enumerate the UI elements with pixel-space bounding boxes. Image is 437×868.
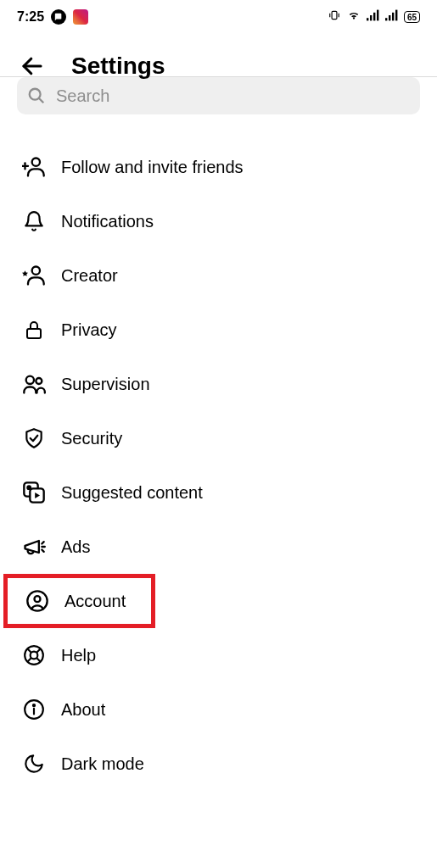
instagram-icon xyxy=(73,9,88,25)
svg-point-29 xyxy=(35,596,41,602)
svg-rect-7 xyxy=(385,18,387,20)
menu-label: Suggested content xyxy=(61,483,203,503)
media-icon xyxy=(22,481,46,504)
svg-point-20 xyxy=(36,378,42,384)
menu-item-creator[interactable]: Creator xyxy=(0,248,437,303)
messenger-icon xyxy=(51,9,66,25)
menu-item-suggested-content[interactable]: Suggested content xyxy=(0,465,437,520)
status-right: 65 xyxy=(328,9,420,25)
svg-rect-5 xyxy=(373,13,375,21)
person-plus-icon xyxy=(22,155,46,179)
menu-label: Notifications xyxy=(61,212,154,231)
lifebuoy-icon xyxy=(22,643,46,667)
menu-item-supervision[interactable]: Supervision xyxy=(0,357,437,411)
svg-rect-6 xyxy=(377,10,378,21)
svg-line-33 xyxy=(36,658,41,662)
svg-rect-3 xyxy=(367,18,368,20)
svg-rect-9 xyxy=(392,13,394,21)
status-bar: 7:25 65 xyxy=(0,0,437,34)
menu-item-dark-mode[interactable]: Dark mode xyxy=(0,737,437,791)
menu-item-follow-invite[interactable]: Follow and invite friends xyxy=(0,140,437,194)
svg-point-17 xyxy=(32,267,40,275)
menu-item-about[interactable]: About xyxy=(0,682,437,737)
svg-line-13 xyxy=(39,98,44,103)
svg-point-31 xyxy=(31,652,38,659)
menu-list: Follow and invite friends Notifications … xyxy=(0,114,437,791)
menu-item-help[interactable]: Help xyxy=(0,628,437,682)
menu-label: Follow and invite friends xyxy=(61,158,244,177)
menu-label: Help xyxy=(61,646,96,665)
svg-rect-18 xyxy=(27,329,41,338)
menu-label: Creator xyxy=(61,266,118,286)
svg-rect-0 xyxy=(332,11,337,19)
menu-item-account[interactable]: Account xyxy=(3,574,155,628)
svg-point-22 xyxy=(27,486,31,489)
search-input[interactable] xyxy=(56,86,410,106)
megaphone-icon xyxy=(22,535,46,559)
battery-icon: 65 xyxy=(404,11,420,23)
page-title: Settings xyxy=(71,53,165,80)
menu-item-ads[interactable]: Ads xyxy=(0,520,437,574)
wifi-icon xyxy=(346,9,361,25)
svg-point-19 xyxy=(26,376,34,384)
menu-label: Dark mode xyxy=(61,754,144,774)
menu-label: About xyxy=(61,700,105,720)
svg-point-12 xyxy=(30,89,41,100)
search-icon xyxy=(27,86,46,105)
moon-icon xyxy=(22,752,46,776)
shield-check-icon xyxy=(22,426,46,450)
lock-icon xyxy=(22,318,46,342)
menu-label: Security xyxy=(61,429,122,448)
status-left: 7:25 xyxy=(17,9,88,25)
menu-item-notifications[interactable]: Notifications xyxy=(0,194,437,248)
svg-point-14 xyxy=(32,159,40,166)
menu-item-privacy[interactable]: Privacy xyxy=(0,303,437,357)
svg-line-32 xyxy=(27,648,31,653)
signal-icon xyxy=(367,9,380,25)
menu-item-security[interactable]: Security xyxy=(0,411,437,465)
back-button[interactable] xyxy=(19,53,46,80)
svg-rect-4 xyxy=(370,15,372,20)
svg-point-38 xyxy=(33,704,35,706)
svg-rect-10 xyxy=(395,10,397,21)
search-bar[interactable] xyxy=(17,77,420,114)
svg-line-34 xyxy=(36,648,41,653)
menu-label: Supervision xyxy=(61,375,150,394)
people-icon xyxy=(22,372,46,396)
signal2-icon xyxy=(385,9,399,25)
menu-label: Account xyxy=(64,592,126,611)
vibrate-icon xyxy=(328,9,341,25)
person-star-icon xyxy=(22,264,46,287)
menu-label: Ads xyxy=(61,537,90,557)
svg-line-35 xyxy=(27,658,31,662)
user-circle-icon xyxy=(25,589,49,613)
status-time: 7:25 xyxy=(17,9,44,25)
bell-icon xyxy=(22,209,46,233)
svg-line-25 xyxy=(42,542,43,543)
menu-label: Privacy xyxy=(61,320,117,340)
svg-rect-8 xyxy=(389,15,390,20)
info-icon xyxy=(22,698,46,721)
svg-line-27 xyxy=(42,550,43,552)
